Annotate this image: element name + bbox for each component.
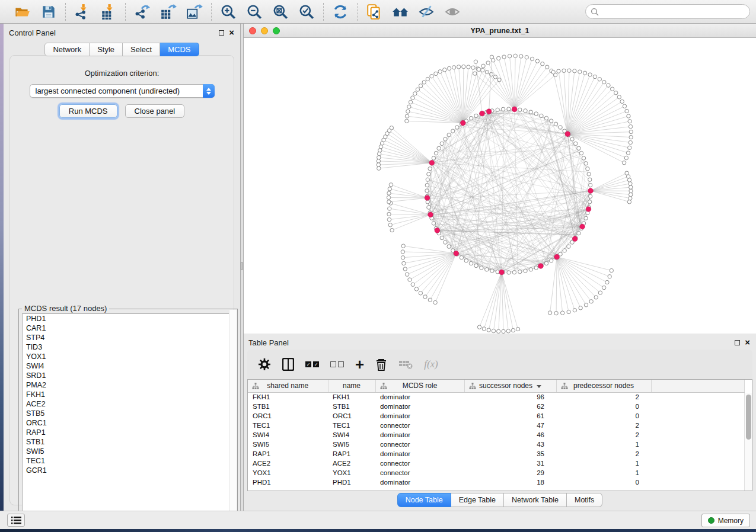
table-cell[interactable]: 35 — [464, 449, 556, 459]
settings-gear-icon[interactable] — [258, 357, 271, 372]
search-input[interactable] — [602, 8, 745, 16]
column-header-name[interactable]: name — [328, 380, 375, 392]
export-table-icon[interactable] — [160, 3, 177, 21]
mcds-result-item[interactable]: SWI5 — [23, 447, 234, 456]
mcds-result-item[interactable]: SWI4 — [23, 361, 234, 371]
table-row[interactable]: PHD1PHD1dominator180 — [248, 477, 745, 487]
table-row[interactable]: STB1STB1dominator620 — [248, 402, 745, 411]
table-cell[interactable]: 43 — [464, 440, 556, 449]
table-cell[interactable]: YOX1 — [248, 468, 328, 477]
table-cell[interactable]: SWI4 — [248, 430, 328, 440]
mcds-result-scrollbar[interactable] — [229, 310, 237, 528]
zoom-fit-icon[interactable] — [272, 3, 289, 21]
table-cell[interactable]: STB1 — [328, 402, 375, 411]
clone-network-icon[interactable] — [365, 3, 383, 21]
tab-network-table[interactable]: Network Table — [504, 493, 567, 507]
mcds-result-item[interactable]: STP4 — [23, 333, 234, 342]
table-scrollbar[interactable] — [744, 393, 752, 491]
column-header-mcds-role[interactable]: MCDS role — [375, 380, 464, 392]
table-cell[interactable]: SWI4 — [328, 430, 375, 440]
table-cell[interactable]: PHD1 — [248, 477, 328, 487]
float-table-panel-icon[interactable] — [735, 340, 740, 345]
table-cell[interactable] — [651, 477, 745, 487]
table-cell[interactable]: connector — [375, 421, 464, 430]
table-cell[interactable]: STB1 — [248, 402, 328, 411]
column-header-successor-nodes[interactable]: successor nodes — [464, 380, 556, 392]
close-panel-button[interactable]: Close panel — [125, 104, 185, 118]
table-row[interactable]: ORC1ORC1dominator610 — [248, 411, 745, 421]
add-column-icon[interactable]: + — [355, 357, 364, 372]
table-cell[interactable]: PHD1 — [328, 477, 375, 487]
table-cell[interactable]: 2 — [556, 421, 651, 430]
window-minimize-icon[interactable] — [261, 27, 268, 34]
apply-layout-icon[interactable] — [331, 3, 349, 21]
table-cell[interactable]: 61 — [464, 411, 556, 421]
table-cell[interactable]: dominator — [375, 430, 464, 440]
table-cell[interactable]: 2 — [556, 449, 651, 459]
table-row[interactable]: YOX1YOX1connector291 — [248, 468, 745, 477]
table-cell[interactable]: connector — [375, 440, 464, 449]
table-cell[interactable]: TEC1 — [248, 421, 328, 430]
table-cell[interactable]: dominator — [375, 449, 464, 459]
home-pages-icon[interactable] — [391, 3, 409, 21]
show-graphics-icon[interactable] — [444, 3, 461, 21]
table-cell[interactable]: ORC1 — [248, 411, 328, 421]
table-cell[interactable]: ACE2 — [248, 459, 328, 468]
import-network-icon[interactable] — [74, 3, 91, 21]
select-all-icon[interactable]: ✓✓ — [305, 357, 319, 372]
export-network-icon[interactable] — [133, 3, 151, 21]
window-zoom-icon[interactable] — [273, 27, 280, 34]
table-cell[interactable]: TEC1 — [328, 421, 375, 430]
table-cell[interactable]: 0 — [556, 411, 651, 421]
memory-button[interactable]: Memory — [701, 514, 750, 527]
table-cell[interactable]: dominator — [375, 392, 464, 402]
table-row[interactable]: SWI4SWI4dominator462 — [248, 430, 745, 440]
tab-motifs[interactable]: Motifs — [567, 493, 602, 507]
table-row[interactable]: TEC1TEC1connector472 — [248, 421, 745, 430]
float-panel-icon[interactable] — [219, 30, 224, 36]
mcds-result-item[interactable]: TEC1 — [23, 456, 234, 466]
table-cell[interactable]: 0 — [556, 402, 651, 411]
table-cell[interactable]: 96 — [464, 392, 556, 402]
table-cell[interactable]: 1 — [556, 459, 651, 468]
table-cell[interactable]: 31 — [464, 459, 556, 468]
column-header-predecessor-nodes[interactable]: predecessor nodes — [556, 380, 651, 392]
table-cell[interactable]: 62 — [464, 402, 556, 411]
table-cell[interactable]: RAP1 — [328, 449, 375, 459]
show-column-icon[interactable] — [282, 357, 294, 372]
mcds-result-item[interactable]: SRD1 — [23, 371, 234, 380]
import-table-icon[interactable] — [100, 3, 117, 21]
close-panel-icon[interactable]: × — [229, 30, 234, 36]
tab-node-table[interactable]: Node Table — [397, 493, 451, 507]
zoom-out-icon[interactable] — [245, 3, 263, 21]
table-cell[interactable]: 1 — [556, 440, 651, 449]
table-cell[interactable] — [651, 411, 745, 421]
table-cell[interactable] — [651, 459, 745, 468]
run-mcds-button[interactable]: Run MCDS — [59, 104, 117, 118]
table-cell[interactable] — [651, 449, 745, 459]
mcds-result-item[interactable]: PHD1 — [23, 314, 234, 323]
tab-mcds[interactable]: MCDS — [160, 43, 199, 56]
table-cell[interactable]: RAP1 — [248, 449, 328, 459]
table-cell[interactable]: connector — [375, 468, 464, 477]
zoom-selected-icon[interactable] — [298, 3, 315, 21]
column-header-shared-name[interactable]: shared name — [248, 380, 328, 392]
tab-edge-table[interactable]: Edge Table — [451, 493, 504, 507]
table-row[interactable]: ACE2ACE2connector311 — [248, 459, 745, 468]
mcds-result-item[interactable]: GCR1 — [23, 466, 234, 475]
close-table-panel-icon[interactable]: × — [745, 339, 750, 345]
table-row[interactable]: SWI5SWI5connector431 — [248, 440, 745, 449]
table-cell[interactable]: 2 — [556, 392, 651, 402]
table-cell[interactable] — [651, 468, 745, 477]
table-row[interactable]: RAP1RAP1dominator352 — [248, 449, 745, 459]
mcds-result-item[interactable]: RAP1 — [23, 428, 234, 437]
table-cell[interactable]: dominator — [375, 402, 464, 411]
open-session-icon[interactable] — [14, 3, 31, 21]
mcds-result-item[interactable]: STB1 — [23, 437, 234, 447]
search-field[interactable] — [585, 4, 750, 19]
table-cell[interactable] — [651, 402, 745, 411]
table-cell[interactable] — [651, 440, 745, 449]
divider-grip[interactable] — [241, 262, 243, 270]
window-close-icon[interactable] — [249, 27, 256, 34]
network-view[interactable] — [244, 38, 756, 334]
